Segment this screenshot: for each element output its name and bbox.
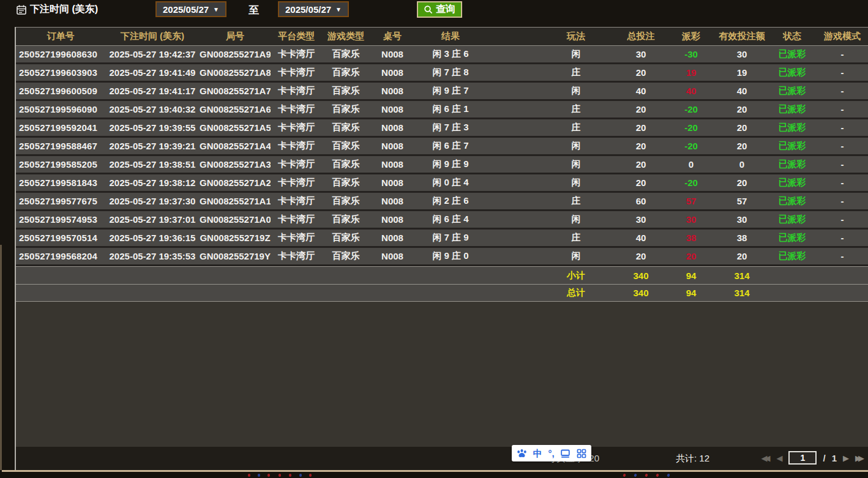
cell-valid-bet: 20 <box>716 104 768 114</box>
cell-table-no: N008 <box>370 233 415 243</box>
ime-chinese-mode[interactable]: 中 <box>533 449 542 458</box>
cell-valid-bet: 0 <box>716 159 768 170</box>
cell-play: 闲 <box>536 177 616 189</box>
calendar-icon <box>16 4 27 15</box>
table-row: 250527199577675 2025-05-27 19:37:30 GN00… <box>16 193 868 211</box>
cell-order-no: 250527199574953 <box>16 214 105 225</box>
cell-result: 闲 7 庄 8 <box>415 67 486 78</box>
cell-bet-time: 2025-05-27 19:37:30 <box>105 196 200 206</box>
cell-game-mode: - <box>817 49 868 59</box>
cell-result: 闲 3 庄 6 <box>415 48 486 60</box>
header-play: 玩法 <box>536 31 616 42</box>
footer-bar: 每页显示: 20 共计: 12 ◀◀ ◀ / 1 ▶ ▶▶ <box>16 447 868 470</box>
cell-round-no: GN008255271A9 <box>200 49 271 59</box>
search-button-label: 查询 <box>436 3 455 16</box>
cell-game-type: 百家乐 <box>322 159 370 170</box>
grand-total-total-bet: 340 <box>616 288 666 298</box>
cell-round-no: GN008255271A0 <box>200 214 271 225</box>
background-strip <box>0 472 868 478</box>
cell-play: 闲 <box>536 159 616 170</box>
report-title: 下注时间 (美东) <box>16 3 98 16</box>
cell-order-no: 250527199588467 <box>16 141 105 151</box>
cell-total-bet: 20 <box>616 251 666 261</box>
cell-result: 闲 9 庄 7 <box>415 85 486 97</box>
cell-bet-time: 2025-05-27 19:35:53 <box>105 251 200 261</box>
cell-play: 闲 <box>536 140 616 152</box>
cell-platform: 卡卡湾厅 <box>271 67 322 78</box>
date-from-select[interactable]: 2025/05/27 ▼ <box>155 1 226 17</box>
cell-payout: 19 <box>666 67 716 78</box>
cell-order-no: 250527199577675 <box>16 196 105 206</box>
header-valid-bet: 有效投注额 <box>716 31 768 42</box>
date-to-value: 2025/05/27 <box>285 4 331 15</box>
header-result: 结果 <box>415 31 486 42</box>
subtotal-label: 小计 <box>536 270 616 282</box>
table-row: 250527199585205 2025-05-27 19:38:51 GN00… <box>16 156 868 174</box>
cell-game-type: 百家乐 <box>322 195 370 207</box>
cell-game-mode: - <box>817 67 868 78</box>
cell-payout: -30 <box>666 49 716 59</box>
page-separator: / <box>823 453 825 463</box>
cell-total-bet: 40 <box>616 233 666 243</box>
page-total: 1 <box>832 453 837 463</box>
cell-round-no: GN008255271A4 <box>200 141 271 151</box>
date-to-select[interactable]: 2025/05/27 ▼ <box>278 1 349 17</box>
cell-total-bet: 40 <box>616 86 666 96</box>
table-row: 250527199574953 2025-05-27 19:37:01 GN00… <box>16 211 868 230</box>
cell-platform: 卡卡湾厅 <box>271 195 322 207</box>
cell-platform: 卡卡湾厅 <box>271 214 322 225</box>
cell-bet-time: 2025-05-27 19:41:17 <box>105 86 200 96</box>
next-page-button[interactable]: ▶ <box>843 454 849 462</box>
paw-icon[interactable] <box>517 449 527 458</box>
total-count-label: 共计: 12 <box>676 453 709 465</box>
cell-total-bet: 20 <box>616 159 666 170</box>
search-button[interactable]: 查询 <box>417 1 462 18</box>
cell-round-no: GN008255271A1 <box>200 196 271 206</box>
chevron-down-icon: ▼ <box>335 6 342 13</box>
chevron-down-icon: ▼ <box>213 6 219 13</box>
cell-game-type: 百家乐 <box>322 177 370 189</box>
header-platform: 平台类型 <box>271 31 322 42</box>
page-number-input[interactable] <box>788 451 817 465</box>
cell-valid-bet: 20 <box>716 251 768 261</box>
subtotal-total-bet: 340 <box>616 271 666 281</box>
cell-payout: -20 <box>666 104 716 114</box>
header-table-no: 桌号 <box>370 31 415 42</box>
date-from-value: 2025/05/27 <box>163 4 209 15</box>
cell-game-mode: - <box>817 104 868 114</box>
cell-payout: 40 <box>666 86 716 96</box>
cell-game-mode: - <box>817 86 868 96</box>
cell-result: 闲 7 庄 3 <box>415 122 486 133</box>
cell-game-type: 百家乐 <box>322 250 370 262</box>
cell-bet-time: 2025-05-27 19:41:49 <box>105 67 200 78</box>
cell-status: 已派彩 <box>768 48 817 60</box>
header-status: 状态 <box>768 31 817 42</box>
table-row: 250527199581843 2025-05-27 19:38:12 GN00… <box>16 174 868 193</box>
cell-total-bet: 20 <box>616 104 666 114</box>
table-body: 250527199608630 2025-05-27 19:42:37 GN00… <box>16 46 868 266</box>
header-bet-time: 下注时间 (美东) <box>105 31 200 42</box>
cell-play: 庄 <box>536 232 616 244</box>
cell-table-no: N008 <box>370 104 415 114</box>
cell-game-type: 百家乐 <box>322 103 370 115</box>
cell-valid-bet: 20 <box>716 141 768 151</box>
cell-game-type: 百家乐 <box>322 67 370 78</box>
cell-total-bet: 20 <box>616 67 666 78</box>
last-page-button[interactable]: ▶▶ <box>855 454 864 462</box>
cell-table-no: N008 <box>370 159 415 170</box>
cell-order-no: 250527199592041 <box>16 122 105 133</box>
cell-valid-bet: 20 <box>716 177 768 188</box>
cell-game-type: 百家乐 <box>322 122 370 133</box>
cell-bet-time: 2025-05-27 19:40:32 <box>105 104 200 114</box>
cell-status: 已派彩 <box>768 85 817 97</box>
prev-page-button[interactable]: ◀ <box>776 454 782 462</box>
cell-payout: -20 <box>666 177 716 188</box>
first-page-button[interactable]: ◀◀ <box>761 454 770 462</box>
cell-valid-bet: 20 <box>716 122 768 133</box>
clipboard-icon[interactable] <box>560 449 571 458</box>
ime-punctuation[interactable]: °, <box>548 449 554 458</box>
cell-status: 已派彩 <box>768 67 817 78</box>
grid-icon[interactable] <box>577 449 586 458</box>
cell-round-no: GN0082552719Y <box>200 251 271 261</box>
cell-status: 已派彩 <box>768 250 817 262</box>
